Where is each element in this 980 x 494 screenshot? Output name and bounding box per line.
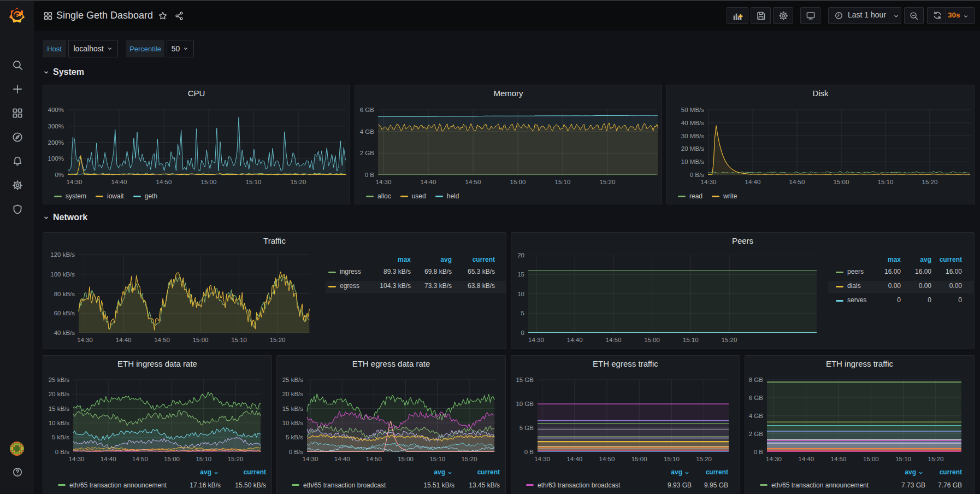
- svg-text:15:00: 15:00: [834, 179, 849, 185]
- svg-text:10 kB/s: 10 kB/s: [49, 420, 70, 426]
- svg-text:14:40: 14:40: [111, 179, 127, 185]
- svg-text:10 kB/s: 10 kB/s: [282, 420, 304, 426]
- svg-text:15:20: 15:20: [291, 179, 306, 185]
- svg-text:15 kB/s: 15 kB/s: [49, 405, 70, 412]
- svg-text:15:00: 15:00: [631, 456, 647, 462]
- svg-text:5 kB/s: 5 kB/s: [52, 434, 69, 440]
- svg-text:14:30: 14:30: [534, 456, 550, 462]
- svg-text:5 kB/s: 5 kB/s: [286, 434, 303, 440]
- svg-text:0 B: 0 B: [365, 172, 375, 178]
- svg-text:14:50: 14:50: [789, 179, 805, 185]
- svg-text:14:40: 14:40: [567, 337, 583, 343]
- svg-text:15:10: 15:10: [683, 337, 699, 343]
- svg-text:15:20: 15:20: [270, 337, 286, 343]
- svg-text:15:20: 15:20: [722, 337, 737, 343]
- svg-text:20 MB/s: 20 MB/s: [681, 145, 704, 152]
- svg-text:0 B: 0 B: [524, 449, 534, 455]
- svg-text:15:10: 15:10: [895, 456, 911, 462]
- svg-text:10 GB: 10 GB: [516, 401, 534, 407]
- svg-text:14:40: 14:40: [566, 456, 582, 462]
- svg-text:0 B/s: 0 B/s: [55, 449, 69, 455]
- svg-text:80 kB/s: 80 kB/s: [54, 291, 75, 297]
- svg-text:14:50: 14:50: [154, 337, 170, 343]
- svg-text:15:20: 15:20: [696, 456, 712, 462]
- svg-text:14:50: 14:50: [606, 337, 622, 343]
- svg-text:14:30: 14:30: [528, 337, 544, 343]
- svg-text:15:10: 15:10: [246, 179, 262, 185]
- svg-text:14:50: 14:50: [465, 179, 481, 185]
- svg-text:15:10: 15:10: [196, 456, 211, 462]
- svg-text:15:00: 15:00: [193, 337, 209, 343]
- svg-text:0 B/s: 0 B/s: [289, 449, 303, 455]
- svg-text:8 GB: 8 GB: [749, 377, 764, 383]
- svg-text:20: 20: [517, 252, 524, 258]
- svg-text:4 GB: 4 GB: [360, 128, 375, 135]
- svg-text:14:30: 14:30: [67, 179, 82, 185]
- svg-text:14:40: 14:40: [421, 179, 436, 185]
- svg-text:15:10: 15:10: [664, 456, 680, 462]
- svg-text:14:40: 14:40: [745, 179, 761, 185]
- svg-text:50 MB/s: 50 MB/s: [681, 107, 704, 113]
- svg-text:14:50: 14:50: [156, 179, 172, 185]
- svg-text:15:00: 15:00: [164, 456, 180, 462]
- svg-text:15:10: 15:10: [231, 337, 247, 343]
- svg-text:20 kB/s: 20 kB/s: [49, 391, 70, 397]
- svg-text:14:40: 14:40: [116, 337, 132, 343]
- svg-text:14:50: 14:50: [599, 456, 615, 462]
- svg-text:14:30: 14:30: [303, 456, 318, 462]
- svg-text:14:40: 14:40: [334, 456, 350, 462]
- svg-text:15:00: 15:00: [510, 179, 526, 185]
- svg-text:15:20: 15:20: [928, 456, 944, 462]
- svg-text:400%: 400%: [48, 107, 64, 113]
- svg-text:300%: 300%: [48, 123, 64, 130]
- svg-text:15:20: 15:20: [600, 179, 616, 185]
- svg-text:14:40: 14:40: [101, 456, 116, 462]
- svg-text:14:30: 14:30: [77, 337, 93, 343]
- svg-text:15:00: 15:00: [398, 456, 414, 462]
- svg-text:60 kB/s: 60 kB/s: [54, 310, 75, 316]
- svg-text:15:00: 15:00: [644, 337, 660, 343]
- svg-text:15:00: 15:00: [863, 456, 879, 462]
- svg-text:15:10: 15:10: [429, 456, 445, 462]
- svg-text:15:00: 15:00: [201, 179, 217, 185]
- svg-text:40 kB/s: 40 kB/s: [54, 330, 75, 336]
- svg-text:6 GB: 6 GB: [749, 395, 764, 401]
- svg-text:10 MB/s: 10 MB/s: [681, 158, 704, 165]
- svg-text:30 MB/s: 30 MB/s: [681, 133, 704, 139]
- svg-text:5 GB: 5 GB: [519, 425, 534, 431]
- svg-text:15 kB/s: 15 kB/s: [282, 405, 304, 412]
- svg-text:5: 5: [521, 310, 524, 316]
- svg-text:20 kB/s: 20 kB/s: [282, 391, 304, 397]
- svg-text:15:10: 15:10: [555, 179, 571, 185]
- svg-text:0: 0: [521, 330, 524, 336]
- svg-text:0 B/s: 0 B/s: [690, 172, 704, 178]
- svg-text:14:40: 14:40: [798, 456, 814, 462]
- svg-text:100 kB/s: 100 kB/s: [50, 271, 75, 278]
- svg-text:15: 15: [517, 271, 524, 278]
- svg-text:40 MB/s: 40 MB/s: [681, 120, 704, 126]
- svg-text:15:10: 15:10: [878, 179, 894, 185]
- svg-text:14:50: 14:50: [831, 456, 847, 462]
- svg-text:14:50: 14:50: [366, 456, 382, 462]
- svg-text:4 GB: 4 GB: [749, 413, 764, 419]
- svg-text:14:30: 14:30: [376, 179, 392, 185]
- svg-text:14:50: 14:50: [132, 456, 148, 462]
- svg-text:25 kB/s: 25 kB/s: [282, 377, 304, 383]
- svg-text:15:20: 15:20: [228, 456, 244, 462]
- svg-text:14:30: 14:30: [766, 456, 782, 462]
- svg-text:25 kB/s: 25 kB/s: [49, 377, 70, 383]
- svg-text:6 GB: 6 GB: [360, 107, 375, 113]
- svg-text:10: 10: [517, 291, 524, 297]
- svg-text:2 GB: 2 GB: [360, 150, 375, 156]
- svg-text:14:30: 14:30: [701, 179, 717, 185]
- svg-text:120 kB/s: 120 kB/s: [50, 251, 75, 258]
- svg-text:100%: 100%: [48, 155, 64, 162]
- svg-text:15:20: 15:20: [462, 456, 477, 462]
- svg-text:15:20: 15:20: [922, 179, 938, 185]
- svg-text:2 GB: 2 GB: [749, 431, 764, 437]
- svg-text:15 GB: 15 GB: [516, 377, 534, 383]
- svg-text:0%: 0%: [55, 172, 64, 178]
- svg-text:0 B: 0 B: [754, 449, 764, 455]
- svg-text:200%: 200%: [48, 139, 64, 146]
- svg-text:14:30: 14:30: [69, 456, 85, 462]
